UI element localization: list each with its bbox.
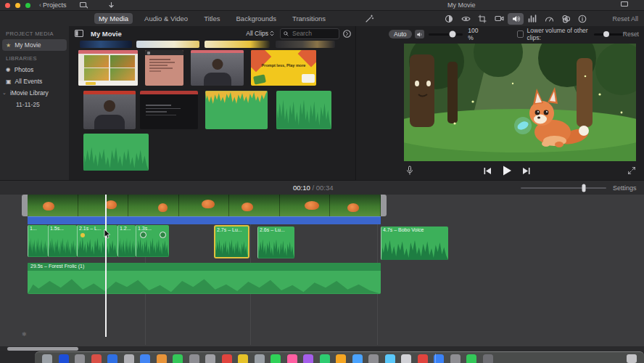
mute-speaker-icon[interactable] bbox=[415, 30, 424, 38]
volume-keyframe-icon[interactable] bbox=[160, 232, 166, 238]
color-correction-icon[interactable] bbox=[458, 13, 474, 25]
volume-icon[interactable] bbox=[508, 13, 524, 25]
lower-volume-slider[interactable] bbox=[594, 33, 622, 36]
sidebar-toggle-icon[interactable] bbox=[75, 30, 83, 37]
playhead[interactable] bbox=[105, 195, 107, 337]
audio-clip-bobo-voice[interactable]: 4.7s – Bobo Voice bbox=[381, 227, 448, 260]
enhance-wand-icon[interactable] bbox=[361, 13, 377, 25]
left-trim-handle[interactable] bbox=[22, 195, 28, 216]
reset-all-button[interactable]: Reset All bbox=[612, 15, 638, 23]
tab-audio-video[interactable]: Audio & Video bbox=[140, 13, 192, 24]
import-arrow-icon[interactable] bbox=[108, 2, 115, 9]
dock-app-icon[interactable] bbox=[466, 354, 476, 363]
dock-app-icon[interactable] bbox=[368, 354, 379, 363]
speed-icon[interactable] bbox=[541, 13, 557, 25]
lower-volume-checkbox[interactable] bbox=[517, 30, 524, 38]
dock-app-icon[interactable] bbox=[271, 354, 281, 363]
search-input[interactable] bbox=[291, 29, 336, 38]
media-thumbnail[interactable] bbox=[80, 41, 132, 48]
sidebar-item-my-movie[interactable]: ★ My Movie bbox=[2, 39, 67, 51]
volume-keyframe-icon[interactable] bbox=[140, 232, 146, 238]
minimize-window-button[interactable] bbox=[15, 3, 20, 8]
dock-app-icon[interactable] bbox=[320, 354, 330, 363]
media-thumbnail-notes-page[interactable] bbox=[145, 50, 183, 86]
dock-app-icon[interactable] bbox=[189, 354, 199, 363]
media-thumbnail-yellow-promo[interactable]: Prompt less, Play more bbox=[251, 50, 316, 86]
timeline-settings-button[interactable]: Settings bbox=[613, 184, 637, 192]
clip-size-slider[interactable] bbox=[521, 187, 606, 189]
dock-app-icon[interactable] bbox=[42, 354, 52, 363]
video-preview[interactable] bbox=[404, 44, 636, 161]
search-field[interactable] bbox=[280, 28, 339, 39]
dock-app-icon[interactable] bbox=[483, 354, 493, 363]
media-thumbnail-screen-recording[interactable] bbox=[140, 91, 198, 129]
sidebar-item-event-11-11-25[interactable]: 11-11-25 bbox=[0, 99, 69, 110]
tab-titles[interactable]: Titles bbox=[199, 13, 224, 24]
timeline-scrollbar[interactable] bbox=[0, 346, 644, 351]
reset-volume-button[interactable]: Reset bbox=[623, 30, 639, 38]
dock-app-icon[interactable] bbox=[91, 354, 102, 363]
music-clip-forest-frolic[interactable]: 29.5s – Forest Frolic (1) bbox=[28, 263, 381, 294]
previous-frame-button[interactable] bbox=[484, 167, 492, 175]
dock-app-icon[interactable] bbox=[303, 354, 313, 363]
dock-app-icon[interactable] bbox=[124, 354, 134, 363]
clip-filter-dropdown[interactable]: All Clips bbox=[246, 30, 274, 37]
auto-volume-button[interactable]: Auto bbox=[389, 30, 412, 38]
media-thumbnail[interactable] bbox=[276, 41, 335, 48]
sidebar-item-all-events[interactable]: ▣ All Events bbox=[0, 76, 69, 87]
media-thumbnail-audio-yellow[interactable] bbox=[205, 91, 268, 129]
stabilization-icon[interactable] bbox=[491, 13, 507, 25]
dock-app-icon[interactable] bbox=[385, 354, 395, 363]
audio-clip-5[interactable]: 1.3s... bbox=[136, 225, 169, 257]
trash-icon[interactable] bbox=[627, 354, 637, 363]
tab-transitions[interactable]: Transitions bbox=[288, 13, 330, 24]
browser-forward-icon[interactable] bbox=[343, 30, 351, 38]
clip-filter-icon[interactable] bbox=[558, 13, 574, 25]
sidebar-item-imovie-library[interactable]: ⌄ iMovie Library bbox=[0, 87, 69, 99]
sidebar-item-photos[interactable]: ✺ Photos bbox=[0, 64, 69, 76]
scrollbar-thumb[interactable] bbox=[7, 347, 78, 351]
dock-app-icon[interactable] bbox=[107, 354, 117, 363]
play-button[interactable] bbox=[502, 166, 512, 176]
media-thumbnail-audio-green[interactable] bbox=[276, 91, 331, 129]
audio-clip-3[interactable]: 2.1s – L... bbox=[77, 225, 117, 257]
dock-app-icon[interactable] bbox=[336, 354, 346, 363]
audio-clip-2[interactable]: 1.5s... bbox=[48, 225, 77, 257]
dock-app-icon[interactable] bbox=[173, 354, 183, 363]
close-window-button[interactable] bbox=[5, 3, 10, 8]
timeline[interactable]: 1... 1.5s... 2.1s – L... 1.2... 1.3s... … bbox=[0, 195, 644, 346]
fullscreen-icon[interactable] bbox=[627, 166, 636, 175]
color-balance-icon[interactable] bbox=[441, 13, 457, 25]
audio-clip-4[interactable]: 1.2... bbox=[117, 225, 136, 257]
crop-icon[interactable] bbox=[474, 13, 490, 25]
dock-app-icon[interactable] bbox=[418, 354, 428, 363]
voiceover-mic-icon[interactable] bbox=[405, 166, 414, 176]
audio-clip-1[interactable]: 1... bbox=[28, 225, 48, 257]
dock-app-icon[interactable] bbox=[205, 354, 215, 363]
media-thumbnail-webcam-2[interactable] bbox=[83, 91, 136, 129]
dock-app-icon[interactable] bbox=[287, 354, 297, 363]
dock-app-icon[interactable] bbox=[255, 354, 265, 363]
media-thumbnail-webcam-1[interactable] bbox=[191, 50, 244, 86]
media-thumbnail-browser-foxes[interactable] bbox=[78, 50, 138, 86]
noise-reduction-icon[interactable] bbox=[524, 13, 540, 25]
dock-app-icon[interactable] bbox=[140, 354, 150, 363]
clip-marker-icon[interactable] bbox=[80, 233, 85, 237]
tab-backgrounds[interactable]: Backgrounds bbox=[232, 13, 281, 24]
dock-app-icon[interactable] bbox=[222, 354, 232, 363]
dock-app-icon[interactable] bbox=[238, 354, 248, 363]
tab-my-media[interactable]: My Media bbox=[94, 13, 133, 24]
right-trim-handle[interactable] bbox=[381, 195, 387, 216]
dock-app-icon[interactable] bbox=[352, 354, 363, 363]
dock-app-icon[interactable] bbox=[59, 354, 69, 363]
clip-info-icon[interactable] bbox=[574, 13, 590, 25]
media-thumbnail[interactable] bbox=[205, 41, 270, 48]
zoom-window-button[interactable] bbox=[25, 3, 30, 8]
audio-clip-7[interactable]: 2.6s – Lu... bbox=[257, 227, 294, 258]
next-frame-button[interactable] bbox=[522, 167, 530, 175]
volume-slider[interactable] bbox=[429, 33, 463, 36]
video-clip-filmstrip[interactable] bbox=[28, 195, 381, 216]
dock-app-icon[interactable] bbox=[75, 354, 85, 363]
media-thumbnail[interactable] bbox=[136, 41, 199, 48]
dock-app-icon[interactable] bbox=[401, 354, 411, 363]
